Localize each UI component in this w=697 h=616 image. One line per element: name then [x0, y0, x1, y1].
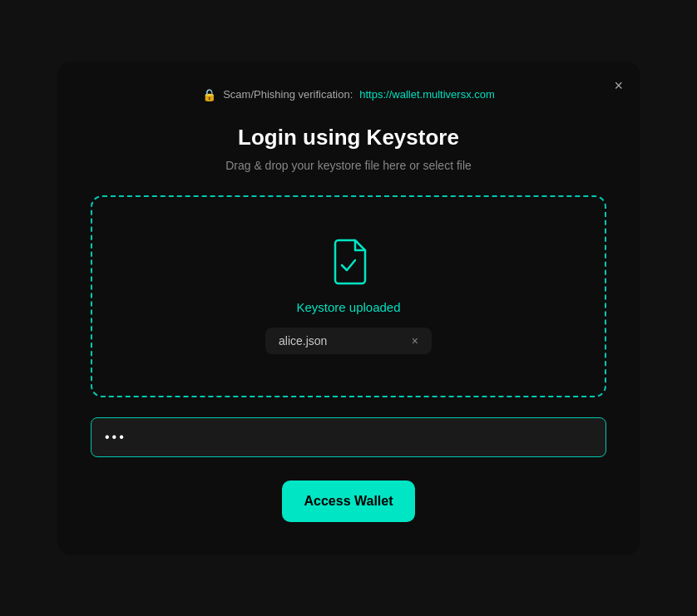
- modal-overlay: × 🔒 Scam/Phishing verification: https://…: [0, 0, 697, 616]
- uploaded-label: Keystore uploaded: [296, 300, 400, 314]
- drop-zone[interactable]: Keystore uploaded alice.json ×: [91, 195, 606, 397]
- file-tag: alice.json ×: [265, 328, 432, 354]
- close-button[interactable]: ×: [610, 75, 626, 96]
- access-wallet-button[interactable]: Access Wallet: [282, 480, 415, 522]
- verification-label: Scam/Phishing verification:: [223, 88, 353, 101]
- file-check-icon: [325, 239, 372, 288]
- password-input[interactable]: [91, 417, 606, 457]
- verification-link[interactable]: https://wallet.multiversx.com: [359, 88, 495, 101]
- modal-title: Login using Keystore: [91, 125, 606, 150]
- file-name: alice.json: [279, 334, 327, 347]
- verification-bar: 🔒 Scam/Phishing verification: https://wa…: [91, 88, 606, 101]
- lock-icon: 🔒: [202, 88, 216, 101]
- remove-file-button[interactable]: ×: [412, 335, 418, 347]
- modal-subtitle: Drag & drop your keystore file here or s…: [91, 159, 606, 172]
- modal-container: × 🔒 Scam/Phishing verification: https://…: [57, 62, 640, 555]
